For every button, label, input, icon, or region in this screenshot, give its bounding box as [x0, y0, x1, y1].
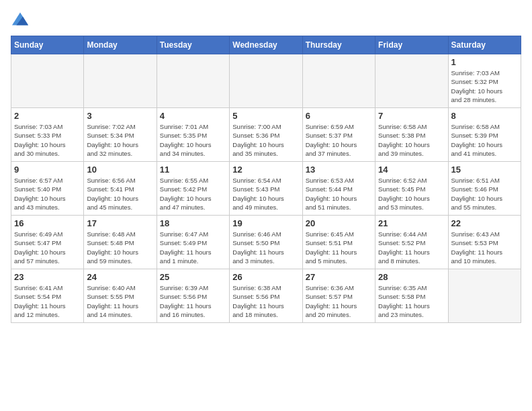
calendar-cell: [375, 54, 448, 108]
day-number: 8: [451, 111, 518, 121]
calendar-week-row-3: 16Sunrise: 6:49 AM Sunset: 5:47 PM Dayli…: [11, 216, 521, 269]
day-info: Sunrise: 6:52 AM Sunset: 5:45 PM Dayligh…: [378, 176, 445, 212]
calendar-cell: 9Sunrise: 6:57 AM Sunset: 5:40 PM Daylig…: [11, 162, 84, 216]
calendar-table: SundayMondayTuesdayWednesdayThursdayFrid…: [11, 36, 521, 323]
day-number: 25: [160, 272, 226, 282]
calendar-cell: [84, 54, 157, 108]
day-info: Sunrise: 6:43 AM Sunset: 5:53 PM Dayligh…: [451, 230, 518, 265]
calendar-header-sunday: Sunday: [11, 36, 84, 54]
day-info: Sunrise: 6:53 AM Sunset: 5:44 PM Dayligh…: [306, 176, 372, 212]
day-number: 3: [87, 111, 153, 121]
calendar-cell: 7Sunrise: 6:58 AM Sunset: 5:38 PM Daylig…: [375, 108, 448, 162]
calendar-header-wednesday: Wednesday: [230, 36, 302, 54]
day-info: Sunrise: 7:03 AM Sunset: 5:32 PM Dayligh…: [451, 68, 518, 104]
day-info: Sunrise: 6:49 AM Sunset: 5:47 PM Dayligh…: [14, 230, 81, 265]
calendar-cell: 1Sunrise: 7:03 AM Sunset: 5:32 PM Daylig…: [448, 54, 521, 108]
day-number: 26: [232, 272, 299, 282]
day-number: 24: [87, 272, 153, 282]
calendar-cell: 3Sunrise: 7:02 AM Sunset: 5:34 PM Daylig…: [84, 108, 157, 162]
day-info: Sunrise: 7:03 AM Sunset: 5:33 PM Dayligh…: [14, 122, 81, 158]
day-number: 16: [14, 218, 81, 228]
day-info: Sunrise: 6:58 AM Sunset: 5:38 PM Dayligh…: [378, 122, 445, 158]
calendar-header-thursday: Thursday: [302, 36, 375, 54]
calendar-cell: 21Sunrise: 6:44 AM Sunset: 5:52 PM Dayli…: [375, 216, 448, 269]
day-number: 21: [378, 218, 445, 228]
day-info: Sunrise: 6:45 AM Sunset: 5:51 PM Dayligh…: [306, 230, 372, 265]
header: [11, 11, 521, 30]
day-number: 20: [306, 218, 372, 228]
day-number: 6: [306, 111, 372, 121]
day-info: Sunrise: 6:59 AM Sunset: 5:37 PM Dayligh…: [306, 122, 372, 158]
day-number: 9: [14, 165, 81, 175]
calendar-cell: 27Sunrise: 6:36 AM Sunset: 5:57 PM Dayli…: [302, 269, 375, 323]
calendar-cell: 24Sunrise: 6:40 AM Sunset: 5:55 PM Dayli…: [84, 269, 157, 323]
day-info: Sunrise: 7:00 AM Sunset: 5:36 PM Dayligh…: [232, 122, 299, 158]
calendar-cell: [448, 269, 521, 323]
calendar-week-row-0: 1Sunrise: 7:03 AM Sunset: 5:32 PM Daylig…: [11, 54, 521, 108]
day-number: 19: [232, 218, 299, 228]
calendar-cell: [230, 54, 302, 108]
calendar-cell: 13Sunrise: 6:53 AM Sunset: 5:44 PM Dayli…: [302, 162, 375, 216]
day-info: Sunrise: 6:56 AM Sunset: 5:41 PM Dayligh…: [87, 176, 153, 212]
calendar-cell: 15Sunrise: 6:51 AM Sunset: 5:46 PM Dayli…: [448, 162, 521, 216]
day-info: Sunrise: 6:44 AM Sunset: 5:52 PM Dayligh…: [378, 230, 445, 265]
day-number: 15: [451, 165, 518, 175]
calendar-cell: 10Sunrise: 6:56 AM Sunset: 5:41 PM Dayli…: [84, 162, 157, 216]
day-number: 4: [160, 111, 226, 121]
day-number: 17: [87, 218, 153, 228]
calendar-header-row: SundayMondayTuesdayWednesdayThursdayFrid…: [11, 36, 521, 54]
day-number: 11: [160, 165, 226, 175]
calendar-cell: 26Sunrise: 6:38 AM Sunset: 5:56 PM Dayli…: [230, 269, 302, 323]
day-info: Sunrise: 6:46 AM Sunset: 5:50 PM Dayligh…: [232, 230, 299, 265]
day-info: Sunrise: 6:57 AM Sunset: 5:40 PM Dayligh…: [14, 176, 81, 212]
day-info: Sunrise: 7:02 AM Sunset: 5:34 PM Dayligh…: [87, 122, 153, 158]
calendar-cell: 19Sunrise: 6:46 AM Sunset: 5:50 PM Dayli…: [230, 216, 302, 269]
calendar-header-saturday: Saturday: [448, 36, 521, 54]
day-number: 23: [14, 272, 81, 282]
day-number: 13: [306, 165, 372, 175]
logo: [11, 11, 28, 30]
logo-icon: [12, 11, 28, 27]
day-number: 22: [451, 218, 518, 228]
day-number: 2: [14, 111, 81, 121]
day-info: Sunrise: 6:55 AM Sunset: 5:42 PM Dayligh…: [160, 176, 226, 212]
calendar-cell: 6Sunrise: 6:59 AM Sunset: 5:37 PM Daylig…: [302, 108, 375, 162]
calendar-cell: 12Sunrise: 6:54 AM Sunset: 5:43 PM Dayli…: [230, 162, 302, 216]
calendar-cell: 14Sunrise: 6:52 AM Sunset: 5:45 PM Dayli…: [375, 162, 448, 216]
calendar-cell: 17Sunrise: 6:48 AM Sunset: 5:48 PM Dayli…: [84, 216, 157, 269]
calendar-cell: 8Sunrise: 6:58 AM Sunset: 5:39 PM Daylig…: [448, 108, 521, 162]
day-info: Sunrise: 6:39 AM Sunset: 5:56 PM Dayligh…: [160, 283, 226, 319]
calendar-week-row-2: 9Sunrise: 6:57 AM Sunset: 5:40 PM Daylig…: [11, 162, 521, 216]
calendar-week-row-1: 2Sunrise: 7:03 AM Sunset: 5:33 PM Daylig…: [11, 108, 521, 162]
calendar-cell: 11Sunrise: 6:55 AM Sunset: 5:42 PM Dayli…: [157, 162, 229, 216]
day-info: Sunrise: 6:58 AM Sunset: 5:39 PM Dayligh…: [451, 122, 518, 158]
calendar-cell: 28Sunrise: 6:35 AM Sunset: 5:58 PM Dayli…: [375, 269, 448, 323]
day-number: 12: [232, 165, 299, 175]
day-number: 18: [160, 218, 226, 228]
day-info: Sunrise: 7:01 AM Sunset: 5:35 PM Dayligh…: [160, 122, 226, 158]
calendar-cell: [302, 54, 375, 108]
calendar-header-monday: Monday: [84, 36, 157, 54]
calendar-cell: 5Sunrise: 7:00 AM Sunset: 5:36 PM Daylig…: [230, 108, 302, 162]
day-info: Sunrise: 6:35 AM Sunset: 5:58 PM Dayligh…: [378, 283, 445, 319]
calendar-cell: 18Sunrise: 6:47 AM Sunset: 5:49 PM Dayli…: [157, 216, 229, 269]
day-info: Sunrise: 6:40 AM Sunset: 5:55 PM Dayligh…: [87, 283, 153, 319]
calendar-cell: 25Sunrise: 6:39 AM Sunset: 5:56 PM Dayli…: [157, 269, 229, 323]
day-number: 7: [378, 111, 445, 121]
day-info: Sunrise: 6:47 AM Sunset: 5:49 PM Dayligh…: [160, 230, 226, 265]
calendar-cell: 2Sunrise: 7:03 AM Sunset: 5:33 PM Daylig…: [11, 108, 84, 162]
calendar-cell: [11, 54, 84, 108]
day-info: Sunrise: 6:36 AM Sunset: 5:57 PM Dayligh…: [306, 283, 372, 319]
day-number: 10: [87, 165, 153, 175]
calendar-header-friday: Friday: [375, 36, 448, 54]
day-number: 14: [378, 165, 445, 175]
calendar-cell: 4Sunrise: 7:01 AM Sunset: 5:35 PM Daylig…: [157, 108, 229, 162]
day-info: Sunrise: 6:41 AM Sunset: 5:54 PM Dayligh…: [14, 283, 81, 319]
day-number: 1: [451, 57, 518, 67]
calendar-cell: 22Sunrise: 6:43 AM Sunset: 5:53 PM Dayli…: [448, 216, 521, 269]
day-info: Sunrise: 6:48 AM Sunset: 5:48 PM Dayligh…: [87, 230, 153, 265]
calendar-week-row-4: 23Sunrise: 6:41 AM Sunset: 5:54 PM Dayli…: [11, 269, 521, 323]
day-info: Sunrise: 6:51 AM Sunset: 5:46 PM Dayligh…: [451, 176, 518, 212]
day-info: Sunrise: 6:38 AM Sunset: 5:56 PM Dayligh…: [232, 283, 299, 319]
day-number: 28: [378, 272, 445, 282]
